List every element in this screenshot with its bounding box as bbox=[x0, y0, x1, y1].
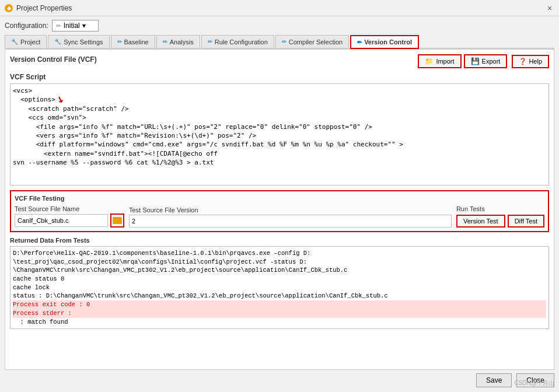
export-button[interactable]: 💾 Export bbox=[464, 54, 508, 68]
export-icon: 💾 bbox=[471, 57, 480, 65]
version-test-button[interactable]: Version Test bbox=[456, 215, 505, 228]
config-value: Initial bbox=[64, 22, 80, 30]
test-source-file-name-label: Test Source File Name bbox=[15, 205, 124, 212]
config-icon: ✏ bbox=[56, 22, 61, 30]
app-icon: ◆ bbox=[5, 4, 13, 12]
tab-baseline-icon: ✏ bbox=[117, 38, 122, 45]
tab-compiler-icon: ✏ bbox=[282, 38, 287, 45]
help-button[interactable]: ❓ Help bbox=[512, 55, 549, 68]
test-source-file-version-input[interactable] bbox=[129, 215, 452, 228]
title-bar: ◆ Project Properties × bbox=[0, 0, 559, 16]
tab-baseline-label: Baseline bbox=[124, 38, 149, 46]
section-title: Version Control File (VCF) bbox=[10, 55, 97, 64]
run-tests-label: Run Tests bbox=[456, 205, 485, 212]
tab-sync-settings[interactable]: 🔧 Sync Settings bbox=[48, 35, 109, 48]
tab-compiler-label: Compiler Selection bbox=[289, 38, 343, 46]
content-area: Version Control File (VCF) 📁 Import 💾 Ex… bbox=[5, 49, 554, 370]
tab-project-icon: 🔧 bbox=[11, 38, 18, 45]
returned-line-1c: \ChanganVMC\trunk\src\Changan_VMC_pt302_… bbox=[13, 266, 546, 275]
returned-line-1b: \test_proj\qac_csod_project02\mrqa\confi… bbox=[13, 258, 546, 267]
test-source-file-version-field: Test Source File Version bbox=[129, 206, 452, 228]
returned-data-section: Returned Data From Tests D:\Perforce\Hel… bbox=[10, 237, 549, 365]
tab-rule-label: Rule Configuration bbox=[215, 38, 268, 46]
vcf-file-testing-box: VCF File Testing Test Source File Name T… bbox=[10, 190, 549, 232]
toolbar-row: Version Control File (VCF) 📁 Import 💾 Ex… bbox=[10, 54, 549, 68]
close-window-button[interactable]: × bbox=[545, 4, 554, 13]
tab-baseline[interactable]: ✏ Baseline bbox=[111, 35, 155, 48]
dialog-body: Configuration: ✏ Initial ▾ 🔧 Project 🔧 S… bbox=[0, 16, 559, 392]
returned-line-exit: Process exit code : 0 bbox=[13, 300, 546, 309]
config-label: Configuration: bbox=[5, 22, 48, 30]
folder-icon bbox=[113, 217, 122, 224]
version-test-label: Version Test bbox=[463, 218, 498, 225]
save-button[interactable]: Save bbox=[476, 373, 512, 387]
help-icon: ❓ bbox=[519, 58, 527, 65]
returned-line-stderr: Process stderr : bbox=[13, 309, 546, 318]
tab-version-control[interactable]: ✏ Version Control bbox=[350, 35, 419, 49]
tab-vc-icon: ✏ bbox=[357, 39, 362, 46]
config-chevron-icon: ▾ bbox=[82, 22, 86, 30]
test-source-file-name-field: Test Source File Name bbox=[15, 205, 124, 228]
tab-rule-icon: ✏ bbox=[208, 38, 212, 45]
tab-project-label: Project bbox=[20, 38, 40, 46]
returned-line-3: cache lock bbox=[13, 284, 546, 292]
dialog-title: Project Properties bbox=[16, 4, 72, 12]
tab-vc-label: Version Control bbox=[364, 38, 412, 46]
import-label: Import bbox=[436, 58, 454, 65]
tab-sync-icon: 🔧 bbox=[54, 38, 61, 45]
vcf-script-wrapper: ↘ <vcs> <options> <scratch path="scratch… bbox=[10, 83, 549, 186]
returned-data-wrapper: D:\Perforce\Helix-QAC-2019.1\components\… bbox=[10, 246, 549, 365]
vcf-testing-title: VCF File Testing bbox=[15, 195, 544, 202]
returned-line-match: : match found bbox=[13, 318, 546, 327]
diff-test-label: Diff Test bbox=[515, 218, 537, 225]
vcf-script-content: <vcs> <options> <scratch path="scratch" … bbox=[13, 86, 546, 167]
file-browse-button[interactable] bbox=[110, 214, 124, 228]
save-label: Save bbox=[486, 376, 502, 384]
import-icon: 📁 bbox=[425, 57, 434, 65]
tab-compiler-selection[interactable]: ✏ Compiler Selection bbox=[275, 35, 349, 48]
diff-test-button[interactable]: Diff Test bbox=[508, 215, 544, 228]
vcf-script-label: VCF Script bbox=[10, 73, 549, 81]
tab-analysis-label: Analysis bbox=[170, 38, 194, 46]
tab-project[interactable]: 🔧 Project bbox=[5, 35, 47, 48]
run-tests-buttons: Version Test Diff Test bbox=[456, 215, 544, 228]
tab-analysis-icon: ✏ bbox=[163, 38, 167, 45]
import-button[interactable]: 📁 Import bbox=[418, 54, 461, 68]
watermark: CSDN@千月山 bbox=[515, 379, 555, 387]
run-tests-section: Run Tests Version Test Diff Test bbox=[456, 205, 544, 228]
testing-row: Test Source File Name Test Source File V… bbox=[15, 205, 544, 228]
test-source-file-name-input[interactable] bbox=[15, 214, 108, 227]
returned-line-2: cache status 0 bbox=[13, 275, 546, 284]
help-label: Help bbox=[529, 58, 542, 65]
test-source-file-version-label: Test Source File Version bbox=[129, 206, 452, 214]
tab-analysis[interactable]: ✏ Analysis bbox=[156, 35, 200, 48]
vcf-script-box[interactable]: ↘ <vcs> <options> <scratch path="scratch… bbox=[10, 83, 549, 186]
config-dropdown[interactable]: ✏ Initial ▾ bbox=[52, 20, 99, 32]
config-row: Configuration: ✏ Initial ▾ bbox=[5, 20, 554, 32]
export-label: Export bbox=[482, 58, 501, 65]
tabs-row: 🔧 Project 🔧 Sync Settings ✏ Baseline ✏ A… bbox=[5, 35, 554, 49]
returned-data-box[interactable]: D:\Perforce\Helix-QAC-2019.1\components\… bbox=[10, 246, 549, 329]
bottom-bar: Save Close bbox=[5, 370, 554, 388]
returned-line-4: status : D:\ChanganVMC\trunk\src\Changan… bbox=[13, 292, 546, 300]
tab-sync-label: Sync Settings bbox=[64, 38, 103, 46]
returned-data-label: Returned Data From Tests bbox=[10, 237, 549, 244]
returned-line-1: D:\Perforce\Helix-QAC-2019.1\components\… bbox=[13, 249, 546, 258]
tab-rule-configuration[interactable]: ✏ Rule Configuration bbox=[201, 35, 274, 48]
